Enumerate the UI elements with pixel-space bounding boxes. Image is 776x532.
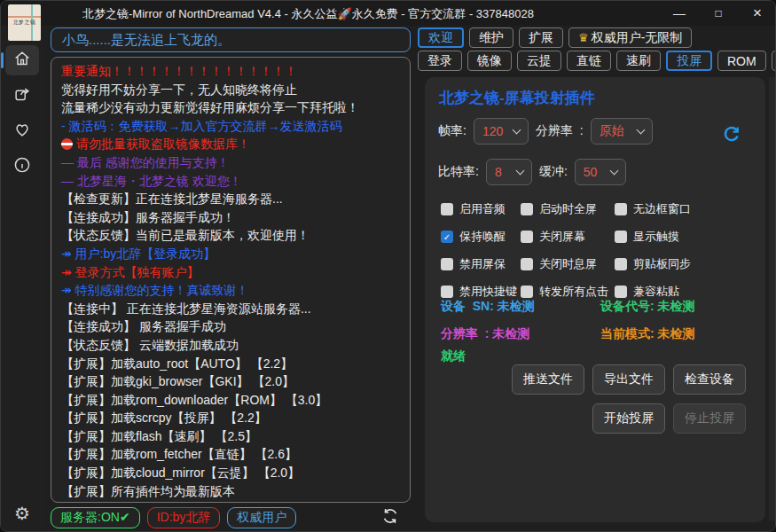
checkbox-label: 禁用快捷键 xyxy=(459,284,517,300)
fps-select[interactable]: 120 xyxy=(474,118,529,145)
checkbox-label: 剪贴板同步 xyxy=(633,256,691,272)
file-buttons-row: 推送文件 导出文件 检查设备 xyxy=(512,364,746,395)
log-line: 重要通知！！！！！！！！！！！！！！！ xyxy=(61,62,400,81)
device-info-item: 分辨率 : 未检测 xyxy=(441,326,600,342)
option-checkbox[interactable]: 显示触摸 xyxy=(615,229,751,245)
close-button[interactable]: × xyxy=(738,1,776,26)
secondary-tab[interactable]: 速刷 xyxy=(616,51,661,71)
secondary-tab[interactable]: 云提 xyxy=(517,51,561,71)
sidebar-item-about[interactable] xyxy=(5,152,39,182)
status-pill[interactable]: ID:by北辞 xyxy=(147,507,221,528)
option-checkbox[interactable]: 转发所有点击 xyxy=(521,284,615,300)
log-line: - 激活码：免费获取→加入官方交流群→发送激活码 xyxy=(61,117,400,136)
log-line: 【扩展】加载cloud_mirror【云提】 【2.0】 xyxy=(61,464,400,482)
quote-text: 小鸟......是无法追上飞龙的。 xyxy=(62,32,231,49)
minimize-button[interactable]: — xyxy=(660,1,699,26)
checkbox-label: 启用音频 xyxy=(459,201,506,217)
device-info-value: 未检测 xyxy=(658,299,695,313)
log-line: 请勿批量获取盗取镜像数据库！ xyxy=(61,135,400,153)
primary-tab[interactable]: 欢迎 xyxy=(418,27,464,48)
option-checkbox[interactable]: 禁用屏保 xyxy=(441,256,521,272)
option-checkbox[interactable]: 关闭屏幕 xyxy=(521,229,615,245)
device-info-item: 当前模式: 未检测 xyxy=(600,326,695,342)
log-line: ↠ 登录方式【独有账户】 xyxy=(61,263,400,282)
quote-banner: 小鸟......是无法追上飞龙的。 xyxy=(51,27,411,52)
log-line: 【扩展】加载rom_downloader【ROM】 【3.0】 xyxy=(61,391,400,410)
settings-gear-icon[interactable]: ⚙ xyxy=(1,503,43,524)
action-button[interactable]: 检查设备 xyxy=(673,364,746,395)
secondary-tab[interactable]: 镜像 xyxy=(467,51,512,71)
log-line: 【扩展】加载rom_fetcher【直链】 【2.6】 xyxy=(61,445,400,464)
resolution-label: 分辨率 : xyxy=(536,123,584,139)
option-checkbox[interactable]: 剪贴板同步 xyxy=(615,256,751,272)
sidebar-item-share[interactable] xyxy=(5,81,39,111)
checkbox-label: 无边框窗口 xyxy=(633,201,691,217)
option-checkbox[interactable]: 禁用快捷键 xyxy=(441,284,521,300)
tab-label: 登录 xyxy=(427,53,452,69)
status-pill[interactable]: 权威用户 xyxy=(227,507,296,528)
option-checkbox[interactable]: 关闭时息屏 xyxy=(521,256,615,272)
buffer-value: 50 xyxy=(584,165,598,179)
buffer-label: 缓冲: xyxy=(539,164,568,180)
chevron-down-icon xyxy=(609,166,618,175)
checkbox-box-icon xyxy=(441,203,453,215)
checkbox-label: 显示触摸 xyxy=(633,229,679,245)
status-pill[interactable]: 服务器:ON✔ xyxy=(51,507,140,528)
sidebar-item-home[interactable] xyxy=(5,45,39,75)
secondary-tab[interactable]: 登录 xyxy=(418,51,462,71)
device-info-label: 当前模式: xyxy=(600,326,655,340)
primary-tab[interactable]: 维护 xyxy=(469,27,513,48)
secondary-tab[interactable]: 直链 xyxy=(567,51,611,71)
secondary-tab[interactable]: ROM xyxy=(717,51,766,71)
refresh-settings-icon[interactable] xyxy=(721,123,742,148)
checkbox-box-icon xyxy=(441,286,453,298)
option-checkbox[interactable]: 保持唤醒 xyxy=(441,229,521,245)
sidebar-item-favorites[interactable] xyxy=(5,116,39,146)
log-line: 流量稀少没有动力更新觉得好用麻烦分享一下拜托啦！ xyxy=(61,98,400,117)
option-checkbox[interactable]: 无边框窗口 xyxy=(615,201,751,217)
fps-value: 120 xyxy=(482,124,503,138)
log-line: 【连接中】 正在连接北梦星海资源站服务器... xyxy=(61,300,400,318)
bitrate-select[interactable]: 8 xyxy=(486,159,532,185)
option-checkbox[interactable]: 兼容粘贴 xyxy=(615,284,751,300)
home-icon xyxy=(12,49,32,72)
status-pills: 服务器:ON✔ ID:by北辞 权威用户 xyxy=(51,507,296,528)
action-button[interactable]: 导出文件 xyxy=(592,364,665,395)
secondary-tabs: 登录 镜像 云提 直链 速刷 投屏 ROM xyxy=(418,51,776,71)
titlebar: 北梦之镜 北梦之镜-Mirror of NorthDreamad V4.4 - … xyxy=(1,1,776,26)
secondary-tab[interactable]: 投屏 xyxy=(666,51,712,71)
maximize-button[interactable]: □ xyxy=(699,1,738,26)
log-console[interactable]: 重要通知！！！！！！！！！！！！！！！ 觉得好用不妨分享一下，无人知晓终将停止 … xyxy=(51,57,411,503)
primary-tab[interactable]: 扩展 xyxy=(519,27,563,48)
buffer-select[interactable]: 50 xyxy=(575,159,626,185)
resolution-value: 原始 xyxy=(600,123,624,139)
checkbox-box-icon xyxy=(441,258,453,270)
checkbox-box-icon xyxy=(521,258,533,270)
log-line: 【扩展】加载scrcpy【投屏】 【2.2】 xyxy=(61,409,400,427)
projection-panel: 北梦之镜-屏幕投射插件 帧率: 120 分辨率 : 原始 比特率: 8 xyxy=(425,77,765,522)
device-info-label: 设备代号: xyxy=(600,299,655,313)
app-logo: 北梦之镜 xyxy=(8,4,41,41)
option-checkbox[interactable]: 启用音频 xyxy=(441,201,521,217)
option-checkbox[interactable]: 启动时全屏 xyxy=(521,201,615,217)
bitrate-value: 8 xyxy=(495,165,502,179)
device-info: 设备 SN: 未检测 设备代号: 未检测 分辨率 : 未检测 当前模式: 未检测 xyxy=(441,299,695,342)
checkbox-box-icon xyxy=(521,286,533,298)
log-line: 【检查更新】正在连接北梦星海服务器... xyxy=(61,190,400,208)
chevron-down-icon xyxy=(515,166,524,175)
action-button[interactable]: 推送文件 xyxy=(512,364,584,395)
refresh-icon[interactable] xyxy=(380,506,400,529)
checkbox-label: 保持唤醒 xyxy=(459,229,506,245)
info-icon xyxy=(12,155,32,178)
log-line: ↠ 特别感谢您的支持！真诚致谢！ xyxy=(61,281,400,300)
primary-tab[interactable]: ♛ 权威用户-无限制 xyxy=(568,27,692,48)
secondary-tab[interactable]: GKI xyxy=(772,51,776,71)
chevron-down-icon xyxy=(636,125,645,134)
device-info-value: 未检测 xyxy=(658,326,695,340)
cast-button[interactable]: 停止投屏 xyxy=(673,403,746,434)
cast-button[interactable]: 开始投屏 xyxy=(592,403,665,434)
tab-label: 欢迎 xyxy=(428,30,453,46)
resolution-select[interactable]: 原始 xyxy=(591,118,653,145)
tab-label: ROM xyxy=(727,54,756,68)
checkbox-label: 关闭时息屏 xyxy=(539,256,597,272)
